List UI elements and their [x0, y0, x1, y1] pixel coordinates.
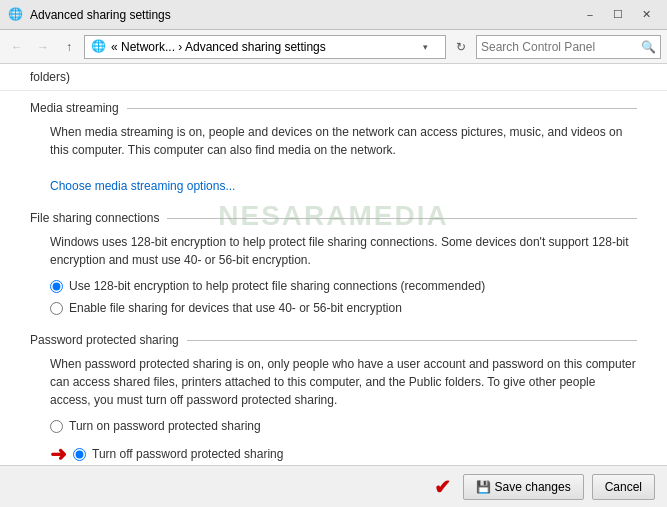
file-sharing-radio-group: Use 128-bit encryption to help protect f… [50, 277, 637, 317]
file-sharing-title: File sharing connections [30, 211, 159, 225]
up-button[interactable]: ↑ [58, 36, 80, 58]
search-button[interactable]: 🔍 [641, 40, 656, 54]
address-bar-input[interactable]: 🌐 « Network... › Advanced sharing settin… [84, 35, 446, 59]
password-sharing-description: When password protected sharing is on, o… [50, 355, 637, 409]
address-text: « Network... › Advanced sharing settings [111, 40, 423, 54]
restore-button[interactable]: ☐ [605, 6, 631, 24]
refresh-button[interactable]: ↻ [450, 36, 472, 58]
media-streaming-body: When media streaming is on, people and d… [30, 123, 637, 195]
search-container: 🔍 [476, 35, 661, 59]
section-divider-3 [187, 340, 637, 341]
address-bar: ← → ↑ 🌐 « Network... › Advanced sharing … [0, 30, 667, 64]
file-sharing-description: Windows uses 128-bit encryption to help … [50, 233, 637, 269]
password-sharing-title: Password protected sharing [30, 333, 179, 347]
back-button[interactable]: ← [6, 36, 28, 58]
radio-pw-on-input[interactable] [50, 420, 63, 433]
address-icon: 🌐 [91, 39, 107, 55]
window-controls: − ☐ ✕ [577, 6, 659, 24]
section-divider [127, 108, 637, 109]
address-dropdown-icon[interactable]: ▾ [423, 42, 439, 52]
password-sharing-body: When password protected sharing is on, o… [30, 355, 637, 465]
title-bar: 🌐 Advanced sharing settings − ☐ ✕ [0, 0, 667, 30]
password-sharing-radio-group: Turn on password protected sharing ➜ Tur… [50, 417, 637, 465]
radio-40-label: Enable file sharing for devices that use… [69, 299, 402, 317]
media-streaming-link[interactable]: Choose media streaming options... [50, 179, 235, 193]
media-streaming-description: When media streaming is on, people and d… [50, 123, 637, 159]
cancel-button[interactable]: Cancel [592, 474, 655, 500]
media-streaming-title: Media streaming [30, 101, 119, 115]
radio-40-item: Enable file sharing for devices that use… [50, 299, 637, 317]
minimize-button[interactable]: − [577, 6, 603, 24]
scroll-area[interactable]: folders) Media streaming When media stre… [0, 64, 667, 465]
forward-button[interactable]: → [32, 36, 54, 58]
radio-128-item: Use 128-bit encryption to help protect f… [50, 277, 637, 295]
password-sharing-header: Password protected sharing [30, 333, 637, 347]
window-icon: 🌐 [8, 7, 24, 23]
red-arrow-icon: ➜ [50, 439, 67, 465]
content-inner: Media streaming When media streaming is … [0, 91, 667, 465]
save-icon: 💾 [476, 480, 491, 494]
radio-pw-off-input[interactable] [73, 448, 86, 461]
radio-pw-on-item: Turn on password protected sharing [50, 417, 637, 435]
search-input[interactable] [481, 40, 641, 54]
bottom-bar: ✔ 💾 Save changes Cancel [0, 465, 667, 507]
window-title: Advanced sharing settings [30, 8, 577, 22]
close-button[interactable]: ✕ [633, 6, 659, 24]
save-changes-button[interactable]: 💾 Save changes [463, 474, 584, 500]
media-streaming-section: Media streaming When media streaming is … [30, 101, 637, 195]
checkmark-icon: ✔ [434, 475, 451, 499]
radio-40-input[interactable] [50, 302, 63, 315]
file-sharing-header: File sharing connections [30, 211, 637, 225]
radio-pw-off-item: ➜ Turn off password protected sharing [50, 439, 637, 465]
media-streaming-header: Media streaming [30, 101, 637, 115]
radio-128-label: Use 128-bit encryption to help protect f… [69, 277, 485, 295]
file-sharing-section: File sharing connections Windows uses 12… [30, 211, 637, 317]
radio-pw-on-label: Turn on password protected sharing [69, 417, 261, 435]
password-sharing-section: Password protected sharing When password… [30, 333, 637, 465]
cutoff-text: folders) [0, 64, 667, 91]
save-label: Save changes [495, 480, 571, 494]
section-divider-2 [167, 218, 637, 219]
radio-pw-off-label: Turn off password protected sharing [92, 445, 283, 463]
main-content: folders) Media streaming When media stre… [0, 64, 667, 465]
file-sharing-body: Windows uses 128-bit encryption to help … [30, 233, 637, 317]
radio-128-input[interactable] [50, 280, 63, 293]
